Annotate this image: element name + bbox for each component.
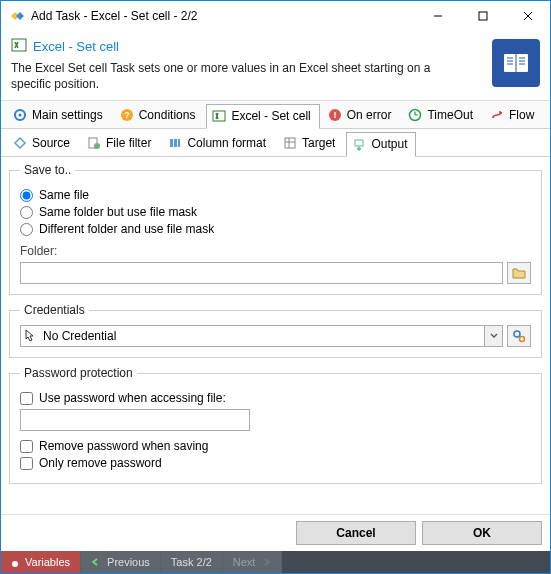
tab-conditions[interactable]: ? Conditions (114, 103, 205, 128)
tab-label: Target (302, 136, 335, 150)
header-description: The Excel Set cell Task sets one or more… (11, 60, 441, 92)
window-title: Add Task - Excel - Set cell - 2/2 (31, 9, 415, 23)
statusbar: Variables Previous Task 2/2 Next (1, 551, 550, 573)
tab-flow[interactable]: Flow (484, 103, 543, 128)
svg-rect-26 (174, 139, 177, 147)
status-next: Next (223, 551, 283, 573)
credentials-settings-button[interactable] (507, 325, 531, 347)
svg-rect-25 (170, 139, 173, 147)
password-group: Password protection Use password when ac… (9, 366, 542, 484)
radio-same-folder-mask-label: Same folder but use file mask (39, 205, 197, 219)
app-icon (9, 8, 25, 24)
header: Excel - Set cell The Excel Set cell Task… (1, 31, 550, 101)
radio-different-folder-mask[interactable] (20, 223, 33, 236)
status-task-label: Task 2/2 (171, 556, 212, 568)
filter-icon (86, 135, 102, 151)
svg-text:?: ? (124, 110, 130, 120)
gear-icon (12, 107, 28, 123)
svg-point-33 (520, 337, 525, 342)
folder-input[interactable] (20, 262, 503, 284)
folder-icon (512, 267, 526, 279)
tab-excel-set-cell[interactable]: Excel - Set cell (206, 104, 319, 129)
sub-tabstrip: Source File filter Column format Target … (1, 129, 550, 157)
minimize-button[interactable] (415, 2, 460, 31)
credentials-legend: Credentials (20, 303, 89, 317)
subtab-target[interactable]: Target (277, 131, 344, 156)
svg-rect-31 (355, 140, 363, 146)
tab-label: Excel - Set cell (231, 109, 310, 123)
subtab-column-format[interactable]: Column format (162, 131, 275, 156)
header-title-row: Excel - Set cell (11, 37, 540, 56)
check-remove-password[interactable] (20, 440, 33, 453)
footer-buttons: Cancel OK (1, 514, 550, 551)
cancel-button[interactable]: Cancel (296, 521, 416, 545)
check-use-password[interactable] (20, 392, 33, 405)
clock-icon (407, 107, 423, 123)
columns-icon (167, 135, 183, 151)
status-previous[interactable]: Previous (81, 551, 161, 573)
radio-same-file-label: Same file (39, 188, 89, 202)
credentials-combo[interactable]: No Credential (20, 325, 503, 347)
excel-icon (11, 37, 27, 56)
password-legend: Password protection (20, 366, 137, 380)
target-icon (282, 135, 298, 151)
password-input[interactable] (20, 409, 250, 431)
tab-label: TimeOut (427, 108, 473, 122)
svg-point-24 (94, 143, 100, 149)
tab-label: File filter (106, 136, 151, 150)
bullet-icon (11, 558, 19, 566)
question-icon: ? (119, 107, 135, 123)
dialog-window: Add Task - Excel - Set cell - 2/2 Excel … (0, 0, 551, 574)
save-to-legend: Save to.. (20, 163, 75, 177)
titlebar: Add Task - Excel - Set cell - 2/2 (1, 1, 550, 31)
svg-rect-27 (178, 139, 180, 147)
svg-point-32 (514, 331, 520, 337)
svg-point-14 (19, 114, 22, 117)
status-variables-label: Variables (25, 556, 70, 568)
radio-same-file[interactable] (20, 189, 33, 202)
help-book-icon[interactable] (492, 39, 540, 87)
credentials-selected: No Credential (39, 329, 484, 343)
tab-label: Flow (509, 108, 534, 122)
subtab-file-filter[interactable]: File filter (81, 131, 160, 156)
svg-text:!: ! (333, 110, 336, 120)
tab-on-error[interactable]: ! On error (322, 103, 401, 128)
subtab-output[interactable]: Output (346, 132, 416, 157)
svg-rect-28 (285, 138, 295, 148)
cursor-icon (21, 329, 39, 343)
tab-main-settings[interactable]: Main settings (7, 103, 112, 128)
tab-label: On error (347, 108, 392, 122)
close-button[interactable] (505, 2, 550, 31)
svg-rect-17 (213, 111, 225, 121)
radio-different-folder-mask-label: Different folder and use file mask (39, 222, 214, 236)
status-previous-label: Previous (107, 556, 150, 568)
svg-rect-4 (12, 39, 26, 51)
folder-label: Folder: (20, 244, 531, 258)
tab-label: Main settings (32, 108, 103, 122)
ok-button[interactable]: OK (422, 521, 542, 545)
excel-icon (211, 108, 227, 124)
error-icon: ! (327, 107, 343, 123)
radio-same-folder-mask[interactable] (20, 206, 33, 219)
check-only-remove-password[interactable] (20, 457, 33, 470)
save-to-group: Save to.. Same file Same folder but use … (9, 163, 542, 295)
status-variables[interactable]: Variables (1, 551, 81, 573)
output-icon (351, 136, 367, 152)
flow-icon (489, 107, 505, 123)
status-task[interactable]: Task 2/2 (161, 551, 223, 573)
tab-timeout[interactable]: TimeOut (402, 103, 482, 128)
header-title: Excel - Set cell (33, 39, 119, 54)
arrow-left-icon (91, 556, 101, 568)
svg-point-34 (12, 561, 18, 567)
source-icon (12, 135, 28, 151)
chevron-down-icon (484, 326, 502, 346)
arrow-right-icon (261, 556, 271, 568)
credentials-group: Credentials No Credential (9, 303, 542, 358)
gear-multi-icon (512, 329, 526, 343)
subtab-source[interactable]: Source (7, 131, 79, 156)
content-area: Save to.. Same file Same folder but use … (1, 157, 550, 514)
maximize-button[interactable] (460, 2, 505, 31)
check-only-remove-password-label: Only remove password (39, 456, 162, 470)
tab-label: Conditions (139, 108, 196, 122)
browse-folder-button[interactable] (507, 262, 531, 284)
